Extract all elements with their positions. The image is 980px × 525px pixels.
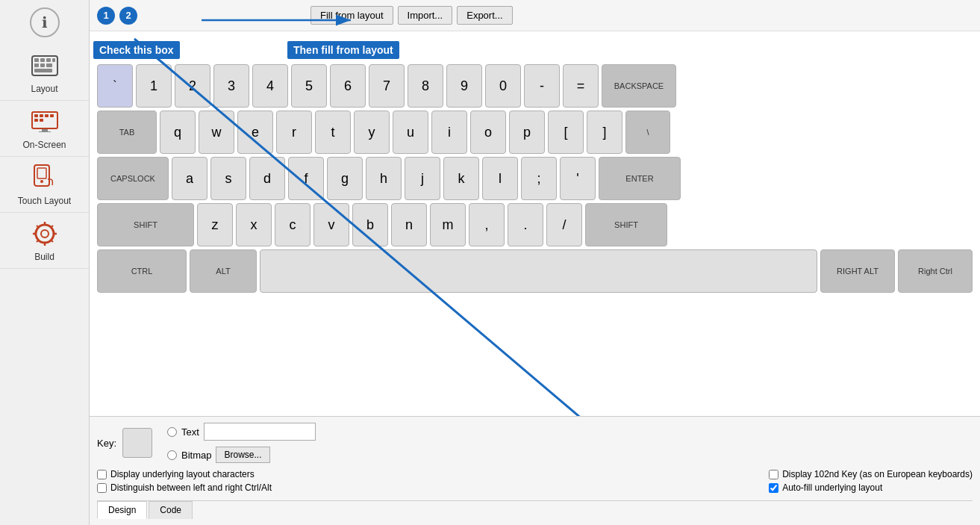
key-n[interactable]: n [391,203,427,246]
build-icon [31,220,58,247]
key-quote[interactable]: ' [560,157,596,200]
key-alt[interactable]: ALT [190,249,257,293]
key-l[interactable]: l [482,157,518,200]
key-shift-left[interactable]: SHIFT [97,203,194,246]
sidebar-item-layout[interactable]: Layout [0,45,89,101]
radio-bitmap[interactable] [167,450,177,460]
key-m[interactable]: m [430,203,466,246]
sidebar-item-onscreen[interactable]: On-Screen [0,101,89,157]
key-p[interactable]: p [509,111,545,154]
sidebar-build-label: Build [34,252,54,262]
key-h[interactable]: h [366,157,402,200]
key-g[interactable]: g [327,157,363,200]
browse-button[interactable]: Browse... [216,447,269,463]
key-4[interactable]: 4 [252,64,288,108]
key-period[interactable]: . [508,203,543,246]
checkbox-auto-fill-label: Auto-fill underlying layout [782,482,882,493]
key-capslock[interactable]: CAPSLOCK [97,157,169,200]
checkbox-auto-fill-input[interactable] [769,483,778,493]
svg-rect-8 [34,69,52,72]
key-backslash[interactable]: \ [625,111,670,154]
key-space[interactable] [260,249,817,293]
key-6[interactable]: 6 [330,64,366,108]
svg-rect-7 [46,63,52,67]
svg-rect-3 [46,58,51,62]
key-u[interactable]: u [393,111,428,154]
svg-rect-4 [52,58,55,62]
sidebar-item-build[interactable]: Build [0,213,89,269]
key-s[interactable]: s [210,157,246,200]
key-lbracket[interactable]: [ [548,111,584,154]
key-enter[interactable]: ENTER [599,157,681,200]
key-t[interactable]: t [315,111,351,154]
keyboard-row-1: ` 1 2 3 4 5 6 7 8 9 0 - = BACKSPACE [97,64,973,108]
key-equals[interactable]: = [563,64,599,108]
radio-group: Text Bitmap Browse... [167,423,316,463]
touch-icon [31,164,58,191]
key-y[interactable]: y [354,111,390,154]
key-x[interactable]: x [236,203,272,246]
key-1[interactable]: 1 [136,64,172,108]
key-f[interactable]: f [288,157,324,200]
key-rbracket[interactable]: ] [587,111,622,154]
radio-text-label: Text [181,426,199,438]
key-v[interactable]: v [313,203,349,246]
key-r[interactable]: r [276,111,312,154]
left-checkboxes: Display underlying layout characters Dis… [97,469,272,493]
checkbox-distinguish-input[interactable] [97,483,107,493]
key-e[interactable]: e [237,111,273,154]
key-i[interactable]: i [431,111,467,154]
key-ctrl[interactable]: CTRL [97,249,187,293]
key-j[interactable]: j [405,157,440,200]
key-o[interactable]: o [470,111,506,154]
svg-rect-17 [39,131,51,132]
tab-design[interactable]: Design [97,501,147,519]
key-right-alt[interactable]: RIGHT ALT [820,249,895,293]
fill-from-layout-button[interactable]: Fill from layout [310,6,393,25]
key-right-ctrl[interactable]: Right Ctrl [898,249,973,293]
radio-text-row: Text [167,423,316,441]
key-comma[interactable]: , [469,203,505,246]
tab-code[interactable]: Code [149,501,193,519]
onscreen-icon [31,111,58,132]
text-input[interactable] [204,423,316,441]
key-w[interactable]: w [199,111,234,154]
svg-rect-11 [40,114,43,117]
key-d[interactable]: d [249,157,285,200]
svg-rect-15 [40,119,43,122]
checkbox-display-underlying-input[interactable] [97,470,107,479]
key-slash[interactable]: / [546,203,582,246]
checkbox-distinguish-label: Distinguish between left and right Ctrl/… [110,482,272,493]
key-z[interactable]: z [197,203,233,246]
key-preview [122,428,152,458]
key-2[interactable]: 2 [175,64,210,108]
key-backtick[interactable]: ` [97,64,133,108]
key-9[interactable]: 9 [446,64,482,108]
key-a[interactable]: a [172,157,207,200]
sidebar: ℹ Layout [0,0,90,525]
svg-rect-19 [37,168,46,178]
sidebar-item-touch[interactable]: Touch Layout [0,157,89,213]
export-button[interactable]: Export... [457,6,512,25]
key-semicolon[interactable]: ; [521,157,557,200]
key-3[interactable]: 3 [213,64,249,108]
svg-rect-16 [42,129,48,131]
checkbox-102nd-input[interactable] [769,470,778,479]
key-backspace[interactable]: BACKSPACE [602,64,676,108]
key-0[interactable]: 0 [485,64,521,108]
import-button[interactable]: Import... [398,6,453,25]
info-button[interactable]: ℹ [30,7,60,37]
key-minus[interactable]: - [524,64,560,108]
key-q[interactable]: q [160,111,196,154]
key-b[interactable]: b [352,203,388,246]
svg-rect-12 [45,114,49,117]
key-7[interactable]: 7 [369,64,405,108]
radio-text[interactable] [167,427,177,437]
key-shift-right[interactable]: SHIFT [585,203,667,246]
key-tab[interactable]: TAB [97,111,157,154]
key-c[interactable]: c [275,203,310,246]
key-8[interactable]: 8 [408,64,443,108]
key-5[interactable]: 5 [291,64,327,108]
keyboard-row-5: CTRL ALT RIGHT ALT Right Ctrl [97,249,973,293]
key-k[interactable]: k [443,157,479,200]
